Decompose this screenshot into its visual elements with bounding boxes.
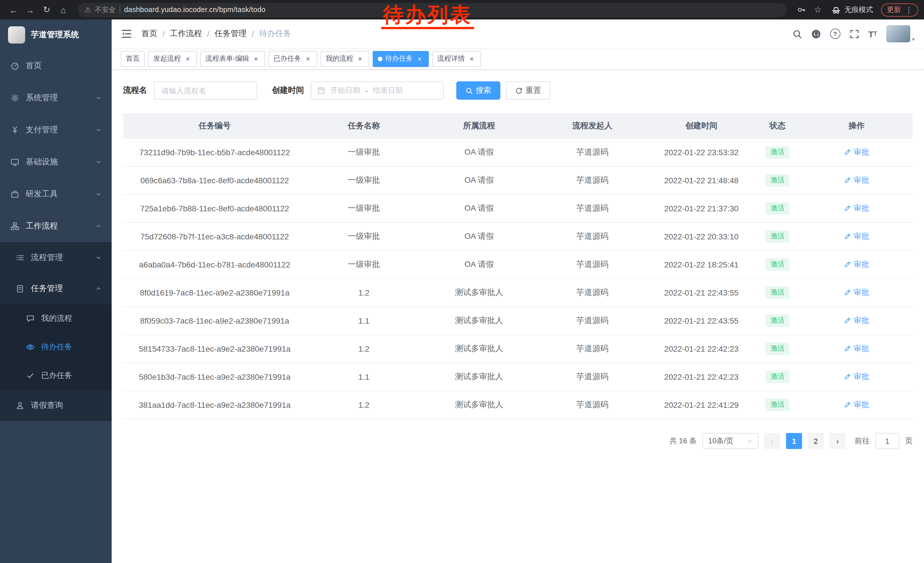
status-cell: 激活 [754,167,800,194]
font-size-icon[interactable]: TT [868,30,877,38]
app-logo[interactable]: 芋道管理系统 [0,20,112,50]
status-badge: 激活 [765,342,789,355]
help-icon[interactable]: ? [830,29,840,39]
tab-done-task[interactable]: 已办任务 × [268,51,317,67]
task-name-cell: 1.2 [306,279,422,307]
task-name-cell: 一级审批 [306,139,422,167]
tab-close-icon[interactable]: × [468,55,476,63]
created-time-cell: 2022-01-21 22:43:55 [648,279,754,307]
browser-back-icon[interactable]: ← [6,2,21,18]
sidebar-item-system-mgmt[interactable]: 系统管理 [0,82,112,114]
sidebar-toggle-icon[interactable] [121,28,132,39]
bookmark-star-icon[interactable]: ☆ [810,2,825,18]
breadcrumb-workflow[interactable]: 工作流程 [170,29,202,39]
created-time-cell: 2022-01-21 22:41:29 [648,391,754,419]
date-range-picker[interactable]: 开始日期 - 结束日期 [311,81,444,100]
column-actions: 操作 [800,113,912,139]
sidebar-item-task-mgmt[interactable]: 任务管理 [0,273,112,304]
sidebar-item-payment-mgmt[interactable]: 支付管理 [0,114,112,146]
reset-button[interactable]: 重置 [506,81,550,100]
approve-link[interactable]: 审批 [844,175,869,186]
pagination: 共 16 条 10条/页 ‹ 1 2 › 前往 页 [123,433,912,449]
top-navbar: 首页 / 工作流程 / 任务管理 / 待办任务 ? [112,20,924,48]
sidebar-item-todo-task[interactable]: 待办任务 [0,333,112,362]
action-cell: 审批 [800,335,912,363]
approve-link[interactable]: 审批 [844,203,869,214]
created-time-cell: 2022-01-22 20:33:10 [648,222,754,251]
browser-menu-icon[interactable]: ⋮ [905,6,912,14]
approve-link[interactable]: 审批 [844,400,869,410]
approve-link[interactable]: 审批 [844,344,869,354]
status-cell: 激活 [754,335,800,363]
tab-my-process[interactable]: 我的流程 × [321,51,369,67]
tab-process-form-edit[interactable]: 流程表单-编辑 × [200,51,265,67]
process-cell: OA 请假 [422,139,537,167]
incognito-icon [831,5,841,15]
tab-close-icon[interactable]: × [416,55,424,63]
sidebar-item-process-mgmt[interactable]: 流程管理 [0,242,112,273]
browser-forward-icon[interactable]: → [22,2,38,18]
approve-link[interactable]: 审批 [844,260,869,270]
process-cell: OA 请假 [422,251,537,279]
fullscreen-icon[interactable] [849,29,859,39]
sidebar-item-workflow[interactable]: 工作流程 [0,210,112,242]
tab-home[interactable]: 首页 [121,51,145,67]
create-time-label: 创建时间 [272,86,304,96]
active-tab-dot [378,56,382,61]
page-number-2[interactable]: 2 [808,433,824,449]
page-size-select[interactable]: 10条/页 [702,433,759,449]
initiator-cell: 芋道源码 [537,139,648,167]
process-name-input[interactable] [154,81,257,100]
tab-process-detail[interactable]: 流程详情 × [432,51,481,67]
breadcrumb-home[interactable]: 首页 [141,29,158,39]
approve-link[interactable]: 审批 [844,372,869,382]
sidebar-item-done-task[interactable]: 已办任务 [0,362,112,390]
edit-pencil-icon [844,205,851,212]
password-key-icon[interactable] [794,2,809,18]
prev-page-button[interactable]: ‹ [764,433,780,449]
approve-link[interactable]: 审批 [844,288,869,298]
approve-link[interactable]: 审批 [844,231,869,242]
status-cell: 激活 [754,279,800,307]
action-cell: 审批 [800,167,912,194]
avatar[interactable] [886,25,910,42]
page-number-1[interactable]: 1 [786,433,802,449]
breadcrumb-task-mgmt[interactable]: 任务管理 [214,29,247,39]
status-badge: 激活 [765,399,789,411]
tab-close-icon[interactable]: × [184,55,192,63]
tab-start-process[interactable]: 发起流程 × [148,51,197,67]
sidebar-item-my-process[interactable]: 我的流程 [0,304,112,333]
search-icon[interactable] [792,29,802,39]
process-cell: 测试多审批人 [422,391,537,419]
sidebar-item-dev-tools[interactable]: 研发工具 [0,178,112,210]
column-process: 所属流程 [422,113,537,139]
browser-update-button[interactable]: 更新 ⋮ [881,3,918,17]
process-name-label: 流程名 [123,86,147,96]
user-menu[interactable]: ▾ [886,25,915,42]
approve-link[interactable]: 审批 [844,147,869,158]
action-cell: 审批 [800,251,912,279]
github-icon[interactable] [811,29,820,39]
approve-link[interactable]: 审批 [844,315,869,326]
sidebar-item-home[interactable]: 首页 [0,50,112,82]
browser-refresh-icon[interactable]: ↻ [39,2,54,18]
sidebar-item-leave-query[interactable]: 请假查询 [0,390,112,421]
status-badge: 激活 [765,314,789,327]
page-content: 流程名 创建时间 开始日期 - 结束日期 搜索 [112,70,924,563]
breadcrumb: 首页 / 工作流程 / 任务管理 / 待办任务 [141,29,291,39]
tab-todo-task[interactable]: 待办任务 × [373,51,429,67]
tab-close-icon[interactable]: × [304,55,312,63]
status-badge: 激活 [765,286,789,299]
goto-page-input[interactable] [875,433,899,449]
edit-pencil-icon [844,373,851,381]
sidebar-item-infrastructure[interactable]: 基础设施 [0,146,112,178]
search-button[interactable]: 搜索 [456,81,500,100]
tab-close-icon[interactable]: × [252,55,260,63]
browser-home-icon[interactable]: ⌂ [56,2,71,18]
end-date-placeholder: 结束日期 [373,86,403,96]
edit-pencil-icon [844,345,851,353]
next-page-button[interactable]: › [830,433,846,449]
chevron-down-icon [747,438,753,444]
tab-close-icon[interactable]: × [356,55,364,63]
breadcrumb-separator: / [207,29,210,38]
